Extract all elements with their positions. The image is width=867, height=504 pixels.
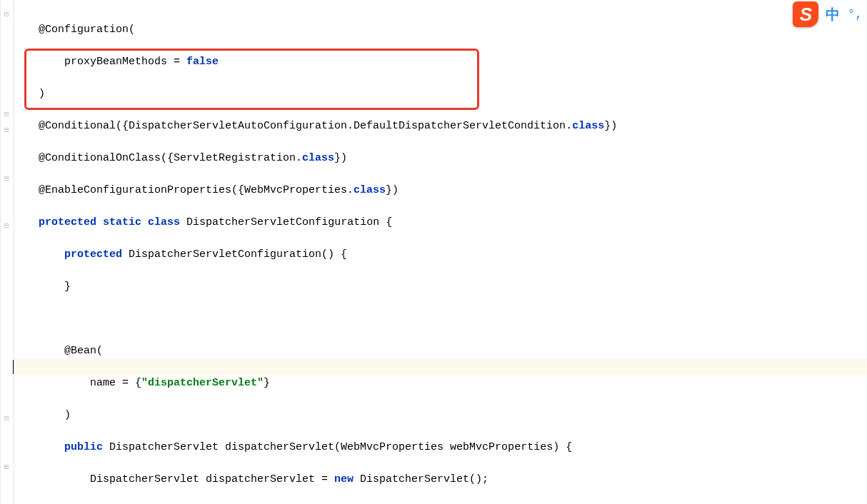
code-line[interactable]: @Conditional({DispatcherServletAutoConfi… bbox=[13, 119, 765, 135]
fold-marker-icon[interactable]: ⊟ bbox=[4, 218, 10, 224]
code-line[interactable]: ) bbox=[13, 86, 765, 103]
code-line[interactable]: proxyBeanMethods = false bbox=[13, 54, 765, 71]
code-line[interactable]: DispatcherServlet dispatcherServlet = ne… bbox=[13, 472, 765, 488]
ime-indicator[interactable]: S 中 °, bbox=[793, 1, 863, 27]
gutter[interactable]: ⊟ ⊟ ⊟ ⊟ ⊟ ⊟ ⊞ bbox=[0, 0, 14, 504]
code-line[interactable]: } bbox=[13, 279, 765, 296]
fold-marker-icon[interactable]: ⊟ bbox=[4, 107, 10, 113]
fold-marker-icon[interactable]: ⊟ bbox=[4, 171, 10, 177]
fold-marker-icon[interactable]: ⊟ bbox=[4, 7, 10, 13]
code-line[interactable]: @Configuration( bbox=[13, 22, 765, 39]
code-line[interactable]: protected DispatcherServletConfiguration… bbox=[13, 247, 765, 263]
code-line[interactable]: name = {"dispatcherServlet"} bbox=[13, 376, 765, 392]
fold-marker-icon[interactable]: ⊟ bbox=[4, 411, 10, 417]
sogou-ime-icon[interactable]: S bbox=[793, 1, 818, 27]
code-line[interactable]: @Bean( bbox=[13, 343, 765, 360]
ime-punct-indicator[interactable]: °, bbox=[847, 6, 863, 23]
code-line[interactable]: ) bbox=[13, 408, 765, 424]
code-line[interactable]: @EnableConfigurationProperties({WebMvcPr… bbox=[13, 183, 765, 199]
code-line[interactable] bbox=[13, 311, 765, 328]
code-line[interactable]: @ConditionalOnClass({ServletRegistration… bbox=[13, 151, 765, 167]
ime-lang-indicator[interactable]: 中 bbox=[826, 6, 840, 23]
code-editor[interactable]: @Configuration( proxyBeanMethods = false… bbox=[13, 6, 765, 504]
code-line[interactable]: public DispatcherServlet dispatcherServl… bbox=[13, 440, 765, 456]
code-line[interactable]: protected static class DispatcherServlet… bbox=[13, 215, 765, 231]
text-caret bbox=[13, 360, 14, 374]
fold-marker-icon[interactable]: ⊞ bbox=[4, 460, 10, 465]
fold-marker-icon[interactable]: ⊟ bbox=[4, 123, 10, 128]
